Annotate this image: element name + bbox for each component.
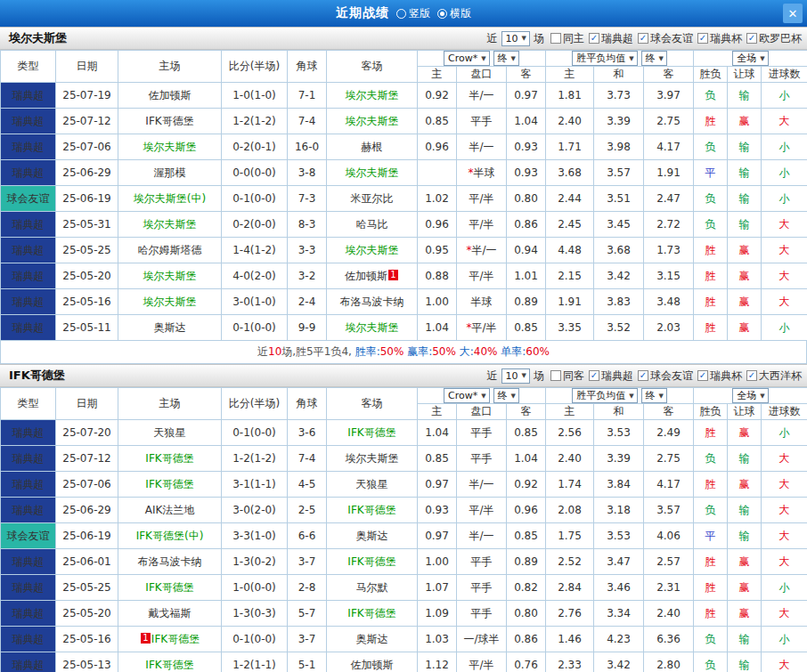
league-filter-3-checkbox[interactable]: ✓ [746,370,757,381]
layout-radio-vertical[interactable]: 竖版 [396,6,430,21]
league-type-cell[interactable]: 瑞典超 [1,109,56,134]
final-wdl-dropdown[interactable]: 终▼ [641,388,667,403]
home-team-cell[interactable]: 1IFK哥德堡 [118,627,222,652]
same-venue-filter-checkbox[interactable] [550,33,561,44]
home-team-cell[interactable]: IFK哥德堡(中) [118,523,222,549]
same-venue-filter[interactable]: 同主 [550,31,584,46]
away-team-cell[interactable]: IFK哥德堡 [327,498,418,523]
league-filter-1-checkbox[interactable]: ✓ [638,33,648,44]
home-team-cell[interactable]: 佐加顿斯 [118,83,222,109]
league-type-cell[interactable]: 瑞典超 [1,601,56,627]
league-filter-0-checkbox[interactable]: ✓ [589,33,599,44]
final-odds-dropdown[interactable]: 终▼ [493,51,519,66]
home-team-cell[interactable]: IFK哥德堡 [118,472,222,498]
league-filter-2[interactable]: ✓瑞典杯 [697,31,742,46]
bookmaker-dropdown[interactable]: Crow*▼ [444,388,490,403]
home-team-cell[interactable]: 布洛马波卡纳 [118,549,222,575]
home-team-cell[interactable]: IFK哥德堡 [118,446,222,472]
league-type-cell[interactable]: 瑞典超 [1,315,56,341]
away-team-cell[interactable]: 埃尔夫斯堡 [327,83,418,109]
home-team-cell[interactable]: IFK哥德堡 [118,652,222,672]
close-icon[interactable]: ✕ [783,4,803,23]
away-team-cell[interactable]: 马尔默 [327,575,418,601]
league-filter-0[interactable]: ✓瑞典超 [589,368,633,384]
league-filter-2-checkbox[interactable]: ✓ [697,370,708,381]
league-filter-0[interactable]: ✓瑞典超 [589,31,633,46]
away-team-cell[interactable]: 布洛马波卡纳 [327,289,418,315]
home-team-cell[interactable]: 埃尔夫斯堡 [118,263,222,289]
league-filter-2-checkbox[interactable]: ✓ [697,33,708,44]
match-count-dropdown[interactable]: 10▼ [501,368,530,384]
away-team-cell[interactable]: IFK哥德堡 [327,601,418,627]
bookmaker-dropdown[interactable]: Crow*▼ [444,51,490,66]
col-header: 客场 [327,388,418,420]
away-team-cell[interactable]: 埃尔夫斯堡 [327,315,418,341]
league-filter-2[interactable]: ✓瑞典杯 [697,368,742,384]
summary-segment: 40% [474,345,498,358]
wdl-average-dropdown[interactable]: 胜平负均值▼ [572,51,637,66]
final-wdl-dropdown[interactable]: 终▼ [641,51,667,66]
match-count-dropdown[interactable]: 10▼ [501,31,530,46]
league-type-cell[interactable]: 瑞典超 [1,238,56,263]
league-type-cell[interactable]: 瑞典超 [1,420,56,446]
away-team-cell[interactable]: 埃尔夫斯堡 [327,160,418,186]
home-team-cell[interactable]: 渥那模 [118,160,222,186]
home-team-cell[interactable]: 埃尔夫斯堡 [118,212,222,238]
same-venue-filter[interactable]: 同客 [550,368,584,384]
league-type-cell[interactable]: 瑞典超 [1,289,56,315]
home-team-cell[interactable]: 奥斯达 [118,315,222,341]
league-filter-3-checkbox[interactable]: ✓ [746,33,757,44]
league-type-cell[interactable]: 瑞典超 [1,472,56,498]
league-type-cell[interactable]: 瑞典超 [1,446,56,472]
asian-home-odds: 1.03 [418,627,457,652]
home-team-cell[interactable]: 埃尔夫斯堡 [118,134,222,160]
away-team-cell[interactable]: IFK哥德堡 [327,549,418,575]
away-team-cell[interactable]: 米亚尔比 [327,186,418,212]
away-team-cell[interactable]: 佐加顿斯 [327,652,418,672]
home-team-cell[interactable]: IFK哥德堡 [118,109,222,134]
home-team-cell[interactable]: 戴戈福斯 [118,601,222,627]
full-match-dropdown[interactable]: 全场▼ [732,388,768,403]
home-team-cell[interactable]: 哈尔姆斯塔德 [118,238,222,263]
wdl-average-dropdown[interactable]: 胜平负均值▼ [572,388,637,403]
home-team-cell[interactable]: AIK法兰地 [118,498,222,523]
league-type-cell[interactable]: 球会友谊 [1,186,56,212]
league-filter-1[interactable]: ✓球会友谊 [638,368,693,384]
home-team-name: IFK哥德堡 [145,478,193,490]
home-team-cell[interactable]: 天狼星 [118,420,222,446]
league-type-cell[interactable]: 瑞典超 [1,134,56,160]
away-team-cell[interactable]: 赫根 [327,134,418,160]
league-filter-3[interactable]: ✓大西洋杯 [746,368,802,384]
league-type-cell[interactable]: 瑞典超 [1,83,56,109]
league-filter-0-checkbox[interactable]: ✓ [589,370,599,381]
layout-radio-horizontal[interactable]: 横版 [437,6,471,21]
league-filter-3[interactable]: ✓欧罗巴杯 [746,31,802,46]
away-team-cell[interactable]: 埃尔夫斯堡 [327,109,418,134]
away-team-cell[interactable]: 埃尔夫斯堡 [327,446,418,472]
league-type-cell[interactable]: 球会友谊 [1,523,56,549]
league-type-cell[interactable]: 瑞典超 [1,627,56,652]
league-type-cell[interactable]: 瑞典超 [1,263,56,289]
league-type-cell[interactable]: 瑞典超 [1,549,56,575]
away-team-cell[interactable]: 哈马比 [327,212,418,238]
away-team-cell[interactable]: 奥斯达 [327,627,418,652]
league-type-cell[interactable]: 瑞典超 [1,652,56,672]
league-type-cell[interactable]: 瑞典超 [1,498,56,523]
away-team-cell[interactable]: 佐加顿斯1 [327,263,418,289]
away-team-cell[interactable]: 奥斯达 [327,523,418,549]
away-team-cell[interactable]: 天狼星 [327,472,418,498]
away-team-cell[interactable]: 埃尔夫斯堡 [327,238,418,263]
league-filter-1[interactable]: ✓球会友谊 [638,31,693,46]
league-type-cell[interactable]: 瑞典超 [1,575,56,601]
same-venue-filter-checkbox[interactable] [550,370,561,381]
away-team-cell[interactable]: IFK哥德堡 [327,420,418,446]
home-team-name: 埃尔夫斯堡 [143,141,197,153]
league-filter-1-checkbox[interactable]: ✓ [638,370,648,381]
league-type-cell[interactable]: 瑞典超 [1,212,56,238]
home-team-cell[interactable]: 埃尔夫斯堡 [118,289,222,315]
final-odds-dropdown[interactable]: 终▼ [493,388,519,403]
home-team-cell[interactable]: 埃尔夫斯堡(中) [118,186,222,212]
league-type-cell[interactable]: 瑞典超 [1,160,56,186]
home-team-cell[interactable]: IFK哥德堡 [118,575,222,601]
full-match-dropdown[interactable]: 全场▼ [732,51,768,66]
